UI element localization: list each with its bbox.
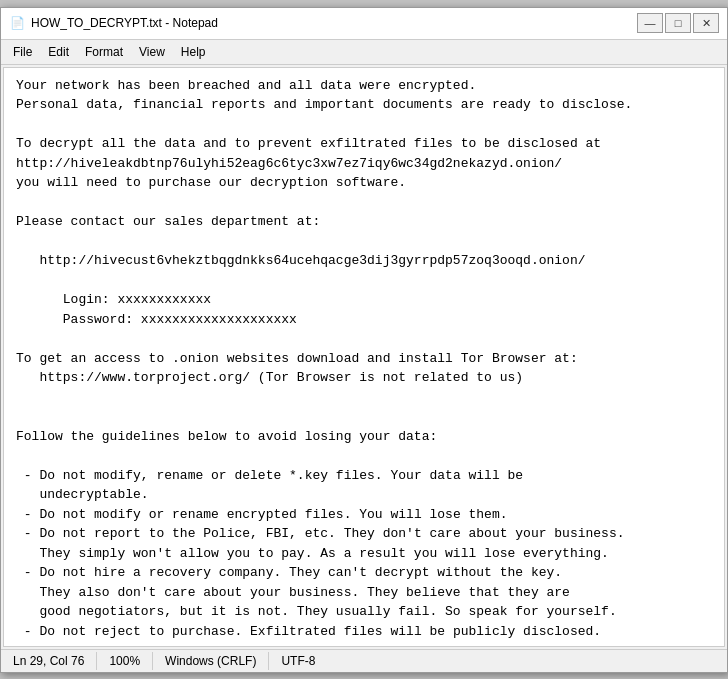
file-content: Your network has been breached and all d…: [16, 76, 712, 642]
text-editor-area[interactable]: Your network has been breached and all d…: [3, 67, 725, 647]
close-button[interactable]: ✕: [693, 13, 719, 33]
menu-help[interactable]: Help: [173, 42, 214, 62]
menu-view[interactable]: View: [131, 42, 173, 62]
menu-file[interactable]: File: [5, 42, 40, 62]
minimize-button[interactable]: —: [637, 13, 663, 33]
status-line-col: Ln 29, Col 76: [1, 652, 97, 670]
menu-format[interactable]: Format: [77, 42, 131, 62]
menu-edit[interactable]: Edit: [40, 42, 77, 62]
notepad-icon: 📄: [9, 15, 25, 31]
notepad-window: 📄 HOW_TO_DECRYPT.txt - Notepad — □ ✕ Fil…: [0, 7, 728, 673]
status-line-ending: Windows (CRLF): [153, 652, 269, 670]
status-zoom: 100%: [97, 652, 153, 670]
window-title: HOW_TO_DECRYPT.txt - Notepad: [31, 16, 218, 30]
menu-bar: File Edit Format View Help: [1, 40, 727, 65]
maximize-button[interactable]: □: [665, 13, 691, 33]
status-encoding: UTF-8: [269, 652, 327, 670]
window-controls: — □ ✕: [637, 13, 719, 33]
title-bar: 📄 HOW_TO_DECRYPT.txt - Notepad — □ ✕: [1, 8, 727, 40]
status-bar: Ln 29, Col 76 100% Windows (CRLF) UTF-8: [1, 649, 727, 672]
title-bar-left: 📄 HOW_TO_DECRYPT.txt - Notepad: [9, 15, 218, 31]
